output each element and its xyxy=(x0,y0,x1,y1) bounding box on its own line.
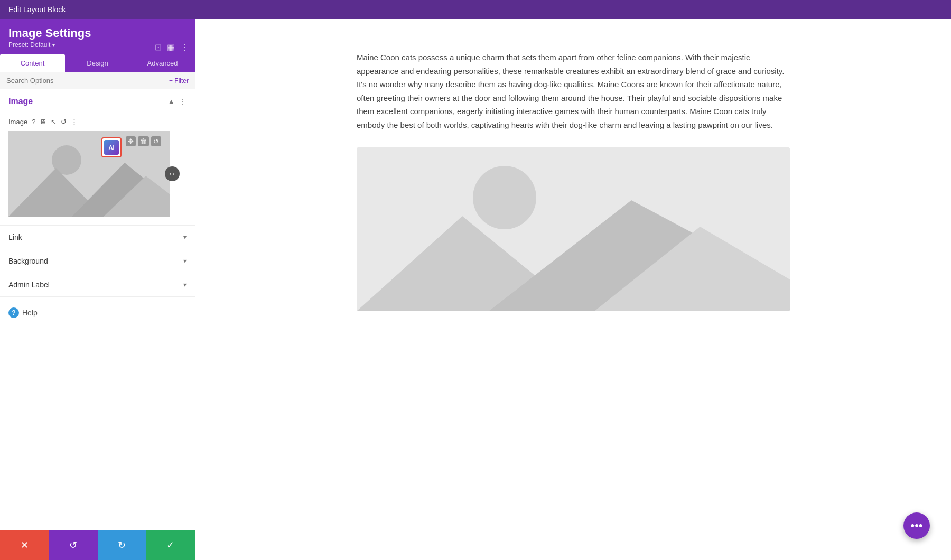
image-section-header[interactable]: Image ▲ ⋮ xyxy=(0,89,195,114)
ai-badge-label: AI xyxy=(104,140,119,155)
link-chevron-icon[interactable]: ▾ xyxy=(183,234,187,241)
help-area[interactable]: ? Help xyxy=(0,297,195,329)
overlay-move-icon[interactable]: ✥ xyxy=(126,136,136,146)
search-input[interactable] xyxy=(6,77,169,85)
preset-chevron-icon: ▾ xyxy=(52,42,55,48)
image-overlay-toolbar: ✥ 🗑 ↺ xyxy=(126,136,161,146)
fab-button[interactable]: ••• xyxy=(903,512,930,539)
section-background: Background ▾ xyxy=(0,249,195,273)
overlay-refresh-icon[interactable]: ↺ xyxy=(151,136,161,146)
sidebar-content: Image ▲ ⋮ Image ? 🖥 ↖ ↺ ⋮ xyxy=(0,89,195,560)
search-bar: + Filter xyxy=(0,72,195,89)
image-dots-icon[interactable]: ⋮ xyxy=(71,118,78,126)
background-chevron-icon[interactable]: ▾ xyxy=(183,257,187,265)
article-text: Maine Coon cats possess a unique charm t… xyxy=(357,51,790,132)
svg-point-6 xyxy=(473,166,536,229)
background-section-header[interactable]: Background ▾ xyxy=(0,249,195,273)
overlay-trash-icon[interactable]: 🗑 xyxy=(138,136,149,146)
resize-handle[interactable]: ↔ xyxy=(165,166,180,181)
main-image-placeholder xyxy=(357,147,790,311)
chevron-up-icon[interactable]: ▲ xyxy=(167,97,175,106)
top-bar-title: Edit Layout Block xyxy=(8,5,66,14)
admin-label-section-title: Admin Label xyxy=(8,281,50,289)
image-mobile-icon[interactable]: 🖥 xyxy=(40,118,46,126)
help-icon: ? xyxy=(8,307,19,318)
image-section-content: Image ? 🖥 ↖ ↺ ⋮ xyxy=(0,114,195,225)
image-section-icons: ▲ ⋮ xyxy=(167,97,187,106)
image-cursor-icon[interactable]: ↖ xyxy=(51,118,57,126)
grid-icon[interactable]: ▦ xyxy=(167,42,175,52)
tab-content[interactable]: Content xyxy=(0,54,65,72)
more-options-icon[interactable]: ⋮ xyxy=(180,42,189,52)
image-help-icon[interactable]: ? xyxy=(32,118,35,126)
main-content: Maine Coon cats possess a unique charm t… xyxy=(195,19,951,560)
sidebar-header-icons: ⊡ ▦ ⋮ xyxy=(155,42,189,52)
background-section-icons: ▾ xyxy=(183,257,187,265)
link-section-header[interactable]: Link ▾ xyxy=(0,226,195,249)
sidebar-header: Image Settings Preset: Default ▾ ⊡ ▦ ⋮ xyxy=(0,19,195,54)
section-more-icon[interactable]: ⋮ xyxy=(179,97,187,106)
image-rotate-icon[interactable]: ↺ xyxy=(61,118,67,126)
admin-label-section-header[interactable]: Admin Label ▾ xyxy=(0,273,195,296)
redo-button[interactable]: ↻ xyxy=(98,530,146,560)
filter-button[interactable]: + Filter xyxy=(169,77,189,85)
help-label: Help xyxy=(22,309,38,317)
link-section-icons: ▾ xyxy=(183,234,187,241)
section-link: Link ▾ xyxy=(0,226,195,249)
undo-button[interactable]: ↺ xyxy=(49,530,97,560)
image-label: Image xyxy=(8,118,27,126)
sidebar: Image Settings Preset: Default ▾ ⊡ ▦ ⋮ C… xyxy=(0,19,195,560)
section-admin-label: Admin Label ▾ xyxy=(0,273,195,297)
tab-advanced[interactable]: Advanced xyxy=(130,54,195,72)
save-button[interactable]: ✓ xyxy=(146,530,195,560)
tabs-bar: Content Design Advanced xyxy=(0,54,195,72)
ai-badge[interactable]: AI xyxy=(101,137,122,157)
image-section-title: Image xyxy=(8,97,33,106)
sidebar-title: Image Settings xyxy=(8,26,187,40)
image-toolbar: Image ? 🖥 ↖ ↺ ⋮ xyxy=(8,118,187,126)
admin-label-section-icons: ▾ xyxy=(183,281,187,288)
bottom-bar: ✕ ↺ ↻ ✓ xyxy=(0,530,195,560)
admin-label-chevron-icon[interactable]: ▾ xyxy=(183,281,187,288)
fullscreen-icon[interactable]: ⊡ xyxy=(155,42,162,52)
background-section-title: Background xyxy=(8,257,48,265)
image-preview-container: AI ✥ 🗑 ↺ ↔ xyxy=(8,131,170,217)
cancel-button[interactable]: ✕ xyxy=(0,530,49,560)
link-section-title: Link xyxy=(8,233,22,241)
top-bar: Edit Layout Block xyxy=(0,0,951,19)
tab-design[interactable]: Design xyxy=(65,54,130,72)
section-image: Image ▲ ⋮ Image ? 🖥 ↖ ↺ ⋮ xyxy=(0,89,195,226)
